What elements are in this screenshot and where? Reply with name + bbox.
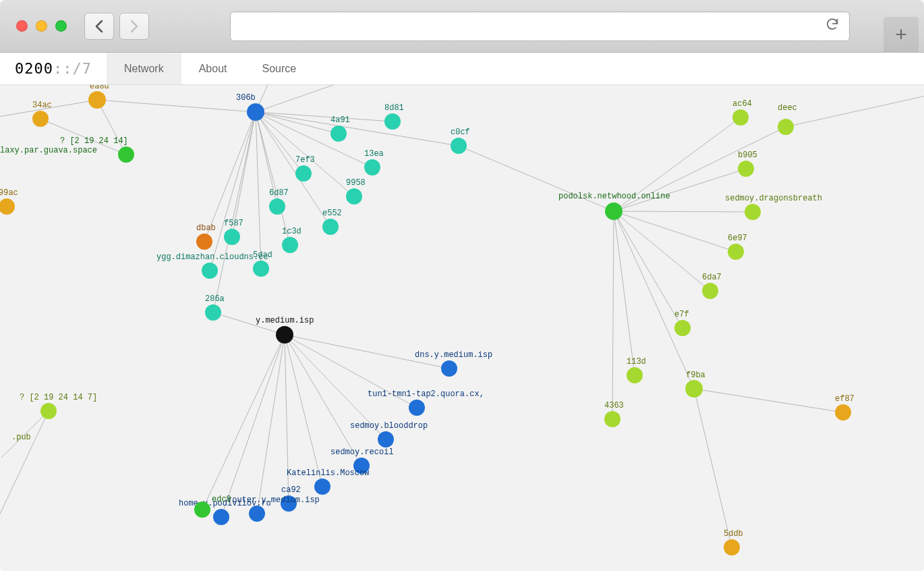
graph-node[interactable] bbox=[605, 202, 623, 220]
new-tab-button[interactable]: + bbox=[884, 17, 919, 52]
graph-edge bbox=[786, 92, 924, 127]
graph-edge bbox=[1, 411, 49, 458]
graph-node-label: 4a91 bbox=[330, 115, 350, 125]
graph-edge bbox=[256, 112, 261, 269]
graph-node-label: ea8d bbox=[90, 85, 109, 91]
graph-node-label: ygg.dimazhan.cloudns.cc bbox=[156, 252, 268, 262]
refresh-icon[interactable] bbox=[825, 17, 840, 36]
graph-node[interactable] bbox=[685, 380, 703, 398]
graph-node[interactable] bbox=[118, 146, 134, 163]
close-window-button[interactable] bbox=[16, 20, 28, 32]
graph-node-label: b905 bbox=[738, 151, 757, 160]
graph-node[interactable] bbox=[202, 263, 218, 279]
graph-node[interactable] bbox=[32, 111, 49, 127]
network-graph-svg[interactable]: 306b4a918d81c0cf7ef313ea99586d87e552f587… bbox=[0, 85, 924, 571]
graph-node[interactable] bbox=[247, 103, 264, 121]
graph-edge bbox=[614, 211, 635, 375]
forward-button[interactable] bbox=[119, 13, 149, 40]
graph-edge bbox=[614, 169, 746, 211]
tab-network[interactable]: Network bbox=[107, 53, 181, 84]
graph-node[interactable] bbox=[253, 261, 269, 277]
graph-node-label: sedmoy.dragonsbreath bbox=[725, 194, 822, 203]
graph-node-label: 5dad bbox=[253, 250, 272, 260]
graph-node[interactable] bbox=[745, 204, 761, 220]
graph-node-label: ac64 bbox=[732, 99, 752, 109]
page-title: 0200::/7 bbox=[0, 60, 107, 77]
graph-node-label: 5ddb bbox=[724, 529, 743, 539]
graph-node-label: 9958 bbox=[346, 178, 366, 188]
graph-node[interactable] bbox=[276, 326, 293, 344]
graph-node[interactable] bbox=[738, 161, 754, 177]
graph-edge bbox=[614, 127, 786, 211]
graph-node-label: 99ac bbox=[0, 188, 18, 198]
graph-node[interactable] bbox=[778, 119, 794, 135]
graph-node[interactable] bbox=[378, 431, 394, 447]
graph-node[interactable] bbox=[409, 400, 425, 416]
graph-edge bbox=[285, 335, 322, 487]
graph-edge bbox=[614, 211, 694, 389]
graph-edge bbox=[285, 335, 386, 439]
graph-edge bbox=[285, 335, 417, 408]
tab-about[interactable]: About bbox=[181, 53, 245, 84]
graph-edge bbox=[614, 211, 736, 252]
graph-node[interactable] bbox=[40, 403, 57, 419]
graph-node[interactable] bbox=[451, 138, 467, 154]
graph-node[interactable] bbox=[0, 198, 15, 215]
graph-node[interactable] bbox=[674, 320, 691, 336]
chevron-right-icon bbox=[129, 20, 139, 33]
graph-edge bbox=[256, 112, 290, 245]
graph-node[interactable] bbox=[196, 234, 212, 250]
graph-edge bbox=[614, 211, 710, 291]
back-button[interactable] bbox=[84, 13, 114, 40]
graph-edge bbox=[256, 112, 330, 227]
graph-node[interactable] bbox=[330, 126, 347, 142]
plus-icon: + bbox=[895, 23, 907, 46]
graph-edge bbox=[285, 335, 449, 369]
graph-node-label: podolsk.netwhood.online bbox=[558, 192, 670, 201]
graph-node[interactable] bbox=[88, 91, 106, 109]
graph-node-label: sedmoy.recoil bbox=[330, 447, 394, 457]
page-title-suffix: ::/7 bbox=[53, 60, 92, 77]
graph-node[interactable] bbox=[281, 495, 297, 512]
graph-edge bbox=[614, 211, 683, 328]
graph-edge bbox=[612, 211, 614, 419]
graph-node[interactable] bbox=[346, 188, 362, 205]
graph-node[interactable] bbox=[441, 360, 457, 377]
graph-node[interactable] bbox=[835, 404, 851, 420]
graph-node[interactable] bbox=[282, 237, 298, 253]
graph-node[interactable] bbox=[224, 229, 240, 245]
minimize-window-button[interactable] bbox=[36, 20, 47, 32]
graph-node-label: e552 bbox=[322, 209, 342, 218]
graph-node[interactable] bbox=[353, 458, 370, 474]
graph-node[interactable] bbox=[728, 244, 744, 260]
url-bar[interactable] bbox=[230, 11, 850, 41]
graph-node[interactable] bbox=[295, 165, 312, 182]
graph-node[interactable] bbox=[384, 113, 401, 130]
nav-buttons bbox=[84, 13, 149, 40]
tab-source[interactable]: Source bbox=[244, 53, 314, 84]
graph-edge bbox=[285, 335, 289, 504]
network-graph-canvas[interactable]: 306b4a918d81c0cf7ef313ea99586d87e552f587… bbox=[0, 85, 924, 571]
graph-edge bbox=[0, 100, 97, 119]
graph-edge bbox=[694, 389, 843, 412]
maximize-window-button[interactable] bbox=[55, 20, 67, 32]
graph-node[interactable] bbox=[249, 506, 265, 522]
graph-node[interactable] bbox=[732, 109, 749, 126]
graph-node[interactable] bbox=[702, 283, 718, 299]
browser-chrome: + bbox=[0, 0, 924, 53]
graph-node[interactable] bbox=[194, 501, 210, 518]
graph-node-label: .pub bbox=[11, 433, 31, 442]
graph-node[interactable] bbox=[205, 304, 221, 321]
graph-node[interactable] bbox=[213, 509, 229, 525]
graph-node[interactable] bbox=[269, 198, 285, 215]
graph-node[interactable] bbox=[604, 411, 620, 427]
graph-node[interactable] bbox=[724, 539, 740, 555]
page-header: 0200::/7 Network About Source bbox=[0, 53, 924, 85]
graph-node-label: deec bbox=[778, 103, 797, 113]
graph-edge bbox=[221, 335, 285, 517]
graph-node[interactable] bbox=[314, 479, 330, 495]
graph-node[interactable] bbox=[364, 159, 380, 175]
graph-node[interactable] bbox=[627, 367, 643, 383]
graph-node-label: 6da7 bbox=[702, 273, 722, 282]
graph-node[interactable] bbox=[322, 219, 339, 235]
